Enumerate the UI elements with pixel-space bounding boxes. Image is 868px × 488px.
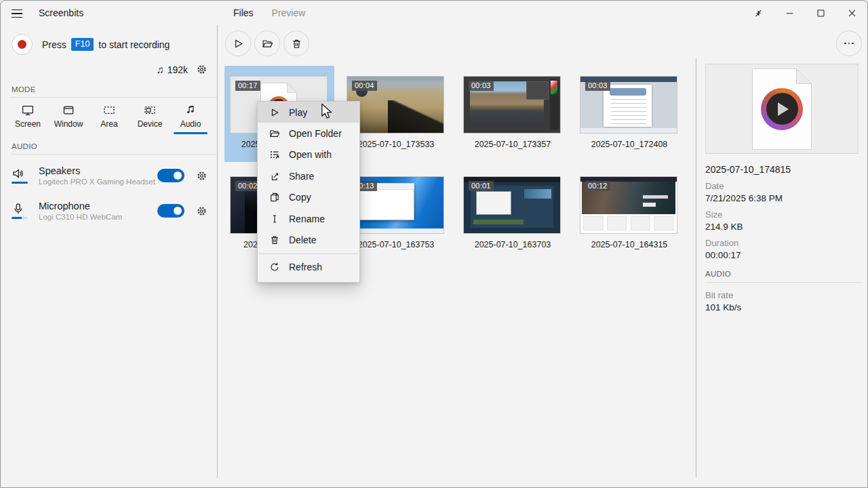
- record-button[interactable]: [12, 34, 33, 55]
- play-icon: [269, 107, 280, 118]
- detail-audio-section: AUDIO Bit rate 101 Kb/s: [705, 270, 863, 319]
- recording-settings-gear-icon[interactable]: [196, 64, 208, 75]
- menu-item-share[interactable]: Share: [258, 165, 359, 186]
- app-title: Screenbits: [39, 7, 83, 18]
- mode-label-device: Device: [138, 119, 163, 129]
- recording-thumbnail: 00:03: [580, 76, 677, 134]
- speakers-name: Speakers: [39, 165, 157, 176]
- duration-badge: 00:03: [585, 81, 610, 91]
- close-button[interactable]: [836, 1, 867, 25]
- mode-section-header: MODE: [1, 85, 217, 94]
- menu-item-open-with[interactable]: Open with: [258, 144, 359, 165]
- recording-tile-8[interactable]: 00:12 2025-07-10_164315: [574, 166, 684, 262]
- more-options-button[interactable]: [836, 30, 862, 56]
- mode-label-audio: Audio: [180, 119, 201, 129]
- menu-item-copy[interactable]: Copy: [258, 187, 359, 208]
- recording-filename: 2025-07-10_163703: [458, 240, 568, 249]
- detail-field-duration: Duration 00:00:17: [705, 238, 783, 260]
- compact-mode-icon: [753, 8, 764, 18]
- mode-label-window: Window: [54, 119, 83, 129]
- recording-tile-7[interactable]: 00:01 2025-07-10_163703: [458, 166, 568, 262]
- mode-item-window[interactable]: Window: [48, 104, 89, 134]
- microphone-name: Microphone: [39, 201, 157, 211]
- detail-field-size: Size 214.9 KB: [705, 209, 783, 232]
- menu-item-rename[interactable]: Rename: [258, 208, 359, 229]
- area-icon: [102, 104, 116, 117]
- speaker-icon: [12, 167, 24, 180]
- open-folder-button[interactable]: [254, 30, 280, 56]
- menu-item-play[interactable]: Play: [258, 102, 359, 123]
- mouse-cursor: [321, 103, 333, 121]
- record-hint-press: Press: [42, 39, 66, 50]
- device-icon: [143, 104, 157, 117]
- duration-badge: 00:04: [352, 81, 377, 91]
- recording-thumbnail: 00:13: [347, 176, 444, 234]
- delete-icon: [269, 235, 280, 245]
- screen-icon: [21, 104, 35, 117]
- recording-filename: 2025-07-10_173357: [458, 140, 568, 149]
- microphone-settings-gear-icon[interactable]: [196, 205, 208, 217]
- play-ring-icon: [761, 88, 803, 130]
- menu-separator: [258, 253, 359, 254]
- audio-icon: [184, 104, 197, 117]
- duration-badge: 00:03: [469, 81, 494, 91]
- file-preview[interactable]: [705, 64, 859, 154]
- play-file-button[interactable]: [225, 30, 251, 56]
- microphone-toggle[interactable]: [157, 204, 184, 218]
- recording-filename: 2025-07-10_164315: [574, 240, 684, 249]
- refresh-icon: [269, 262, 280, 272]
- delete-icon: [291, 38, 302, 49]
- mode-item-device[interactable]: Device: [130, 104, 170, 134]
- audio-section-header: AUDIO: [1, 142, 217, 150]
- speakers-toggle[interactable]: [157, 169, 184, 182]
- speakers-description: Logitech PRO X Gaming Headset: [39, 178, 157, 186]
- detail-field-date: Date 7/21/2025 6:38 PM: [705, 181, 783, 203]
- open-with-icon: [269, 149, 280, 160]
- microphone-description: Logi C310 HD WebCam: [39, 213, 157, 221]
- ellipsis-icon: [844, 43, 854, 45]
- menu-item-open-folder[interactable]: Open Folder: [258, 123, 359, 144]
- mode-item-audio[interactable]: Audio: [170, 104, 211, 134]
- open-folder-icon: [262, 38, 273, 49]
- recording-thumbnail: 00:03: [463, 76, 561, 134]
- details-panel: 2025-07-10_174815 Date 7/21/2025 6:38 PM…: [696, 58, 868, 477]
- screenbits-window: Screenbits Files Preview: [0, 0, 868, 488]
- video-file-icon: [752, 68, 812, 150]
- music-note-icon: ♫: [156, 64, 163, 75]
- recording-tile-3[interactable]: 00:03 2025-07-10_173357: [458, 66, 568, 162]
- mode-label-area: Area: [100, 119, 117, 129]
- minimize-icon: [785, 8, 795, 18]
- mode-label-screen: Screen: [15, 119, 41, 129]
- copy-icon: [269, 192, 280, 203]
- sidebar: Press F10 to start recording ♫ 192k MODE: [1, 25, 218, 478]
- close-icon: [847, 8, 857, 18]
- microphone-icon: [12, 203, 24, 215]
- window-icon: [62, 104, 75, 117]
- compact-mode-button[interactable]: [743, 1, 774, 25]
- delete-file-button[interactable]: [283, 30, 309, 56]
- minimize-button[interactable]: [774, 1, 805, 25]
- microphone-level-meter: [12, 217, 28, 219]
- mode-item-screen[interactable]: Screen: [7, 104, 48, 134]
- context-menu: Play Open Folder Open with Sh: [257, 101, 360, 283]
- detail-audio-divider: [705, 282, 863, 283]
- tab-files[interactable]: Files: [233, 7, 254, 18]
- detail-filename: 2025-07-10_174815: [705, 164, 791, 175]
- mode-item-area[interactable]: Area: [89, 104, 130, 134]
- record-hint-action: to start recording: [98, 39, 170, 50]
- duration-badge: 00:12: [585, 181, 610, 191]
- microphone-row: Microphone Logi C310 HD WebCam: [12, 197, 208, 225]
- open-folder-icon: [269, 128, 280, 139]
- hamburger-menu-button[interactable]: [9, 5, 33, 22]
- menu-item-delete[interactable]: Delete: [258, 229, 359, 250]
- titlebar: Screenbits Files Preview: [1, 1, 867, 25]
- speakers-settings-gear-icon[interactable]: [196, 170, 208, 182]
- tab-preview[interactable]: Preview: [272, 7, 306, 18]
- maximize-button[interactable]: [805, 1, 836, 25]
- speakers-level-meter: [12, 182, 28, 184]
- menu-item-refresh[interactable]: Refresh: [258, 257, 359, 278]
- hotkey-badge: F10: [71, 38, 94, 51]
- recording-tile-4[interactable]: 00:03 2025-07-10_172408: [574, 66, 684, 162]
- duration-badge: 00:01: [469, 181, 494, 191]
- audio-section-divider: [10, 154, 217, 155]
